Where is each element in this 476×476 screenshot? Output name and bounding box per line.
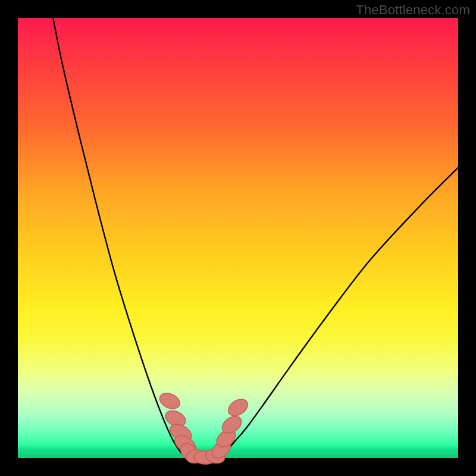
- outer-frame: TheBottleneck.com: [0, 0, 476, 476]
- marker-left-cluster-top: [157, 390, 182, 412]
- chart-svg: [18, 18, 458, 458]
- bottleneck-curve: [53, 18, 458, 459]
- plot-area: [18, 18, 458, 458]
- data-markers: [157, 390, 250, 465]
- watermark-text: TheBottleneck.com: [356, 2, 470, 18]
- marker-right-cluster-top: [226, 396, 251, 419]
